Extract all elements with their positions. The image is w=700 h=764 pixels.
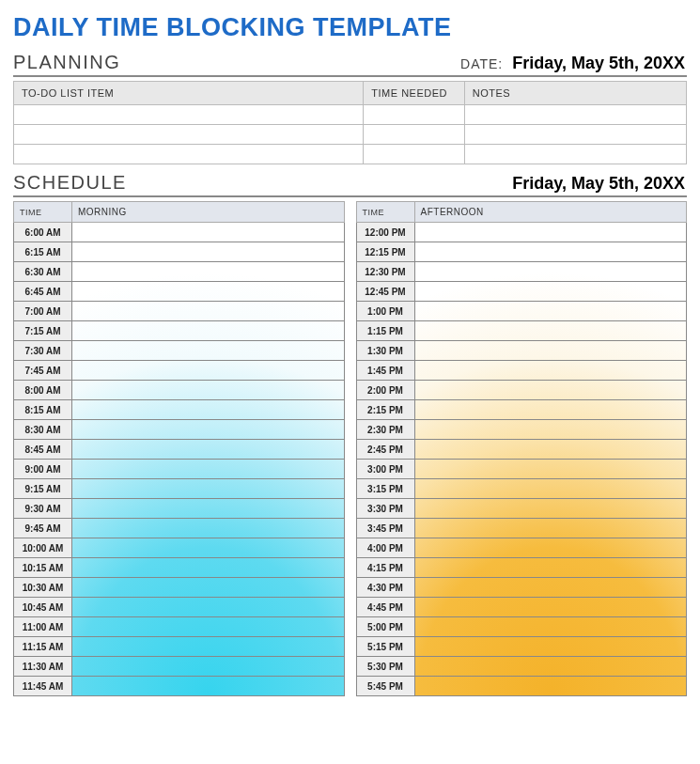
- time-cell: 5:45 PM: [356, 677, 414, 696]
- afternoon-time-header: TIME: [356, 202, 414, 223]
- schedule-row: 2:45 PM: [356, 440, 687, 460]
- afternoon-period-header: AFTERNOON: [414, 202, 687, 223]
- schedule-cell[interactable]: [72, 223, 345, 242]
- schedule-cell[interactable]: [72, 440, 345, 460]
- schedule-cell[interactable]: [414, 420, 687, 440]
- time-cell: 7:45 AM: [14, 361, 72, 381]
- schedule-cell[interactable]: [72, 400, 345, 420]
- schedule-cell[interactable]: [414, 321, 687, 341]
- time-cell: 2:15 PM: [356, 400, 414, 420]
- schedule-cell[interactable]: [414, 460, 687, 479]
- schedule-cell[interactable]: [414, 400, 687, 420]
- schedule-cell[interactable]: [414, 538, 687, 558]
- time-cell: 11:30 AM: [14, 657, 72, 677]
- planning-col-item: TO-DO LIST ITEM: [14, 82, 364, 105]
- planning-cell[interactable]: [364, 125, 464, 145]
- planning-cell[interactable]: [464, 125, 686, 145]
- schedule-cell[interactable]: [414, 598, 687, 617]
- time-cell: 7:00 AM: [14, 302, 72, 321]
- schedule-cell[interactable]: [72, 341, 345, 361]
- planning-cell[interactable]: [364, 105, 464, 125]
- planning-cell[interactable]: [464, 105, 686, 125]
- schedule-cell[interactable]: [414, 617, 687, 637]
- planning-cell[interactable]: [364, 145, 464, 164]
- time-cell: 5:30 PM: [356, 657, 414, 677]
- schedule-cell[interactable]: [414, 302, 687, 321]
- schedule-cell[interactable]: [72, 262, 345, 282]
- time-cell: 9:00 AM: [14, 460, 72, 479]
- time-cell: 9:45 AM: [14, 519, 72, 538]
- schedule-cell[interactable]: [72, 479, 345, 499]
- time-cell: 3:30 PM: [356, 499, 414, 519]
- time-cell: 3:45 PM: [356, 519, 414, 538]
- time-cell: 3:15 PM: [356, 479, 414, 499]
- schedule-cell[interactable]: [72, 558, 345, 578]
- schedule-cell[interactable]: [414, 381, 687, 400]
- schedule-cell[interactable]: [414, 657, 687, 677]
- schedule-cell[interactable]: [72, 321, 345, 341]
- planning-cell[interactable]: [14, 125, 364, 145]
- schedule-cell[interactable]: [72, 598, 345, 617]
- schedule-row: 4:45 PM: [356, 598, 687, 617]
- time-cell: 11:45 AM: [14, 677, 72, 696]
- schedule-cell[interactable]: [72, 657, 345, 677]
- schedule-row: 6:15 AM: [14, 242, 345, 262]
- planning-cell[interactable]: [14, 145, 364, 164]
- time-cell: 2:00 PM: [356, 381, 414, 400]
- schedule-cell[interactable]: [72, 519, 345, 538]
- schedule-cell[interactable]: [414, 361, 687, 381]
- planning-row: [14, 105, 687, 125]
- schedule-cell[interactable]: [72, 677, 345, 696]
- schedule-cell[interactable]: [414, 223, 687, 242]
- schedule-cell[interactable]: [72, 242, 345, 262]
- time-cell: 7:30 AM: [14, 341, 72, 361]
- time-cell: 5:15 PM: [356, 637, 414, 657]
- time-cell: 4:00 PM: [356, 538, 414, 558]
- time-cell: 4:45 PM: [356, 598, 414, 617]
- time-cell: 1:30 PM: [356, 341, 414, 361]
- time-cell: 9:30 AM: [14, 499, 72, 519]
- time-cell: 4:15 PM: [356, 558, 414, 578]
- planning-cell[interactable]: [14, 105, 364, 125]
- schedule-cell[interactable]: [414, 637, 687, 657]
- schedule-cell[interactable]: [72, 637, 345, 657]
- schedule-row: 3:30 PM: [356, 499, 687, 519]
- schedule-row: 5:00 PM: [356, 617, 687, 637]
- schedule-row: 8:30 AM: [14, 420, 345, 440]
- schedule-cell[interactable]: [72, 460, 345, 479]
- schedule-row: 5:30 PM: [356, 657, 687, 677]
- time-cell: 8:45 AM: [14, 440, 72, 460]
- planning-cell[interactable]: [464, 145, 686, 164]
- schedule-cell[interactable]: [414, 440, 687, 460]
- schedule-row: 12:45 PM: [356, 282, 687, 302]
- schedule-cell[interactable]: [414, 677, 687, 696]
- schedule-cell[interactable]: [72, 538, 345, 558]
- schedule-cell[interactable]: [414, 341, 687, 361]
- time-cell: 6:30 AM: [14, 262, 72, 282]
- schedule-cell[interactable]: [72, 381, 345, 400]
- schedule-row: 5:15 PM: [356, 637, 687, 657]
- schedule-cell[interactable]: [414, 578, 687, 598]
- schedule-cell[interactable]: [414, 242, 687, 262]
- schedule-cell[interactable]: [414, 262, 687, 282]
- schedule-row: 10:00 AM: [14, 538, 345, 558]
- schedule-cell[interactable]: [414, 519, 687, 538]
- schedule-row: 7:45 AM: [14, 361, 345, 381]
- schedule-cell[interactable]: [72, 282, 345, 302]
- schedule-cell[interactable]: [72, 578, 345, 598]
- schedule-row: 6:30 AM: [14, 262, 345, 282]
- schedule-cell[interactable]: [414, 499, 687, 519]
- schedule-cell[interactable]: [72, 302, 345, 321]
- schedule-cell[interactable]: [72, 420, 345, 440]
- schedule-cell[interactable]: [414, 479, 687, 499]
- time-cell: 11:00 AM: [14, 617, 72, 637]
- schedule-cell[interactable]: [414, 282, 687, 302]
- schedule-cell[interactable]: [72, 499, 345, 519]
- schedule-row: 11:45 AM: [14, 677, 345, 696]
- time-cell: 6:45 AM: [14, 282, 72, 302]
- schedule-cell[interactable]: [72, 361, 345, 381]
- schedule-row: 3:00 PM: [356, 460, 687, 479]
- schedule-cell[interactable]: [414, 558, 687, 578]
- schedule-row: 7:30 AM: [14, 341, 345, 361]
- schedule-cell[interactable]: [72, 617, 345, 637]
